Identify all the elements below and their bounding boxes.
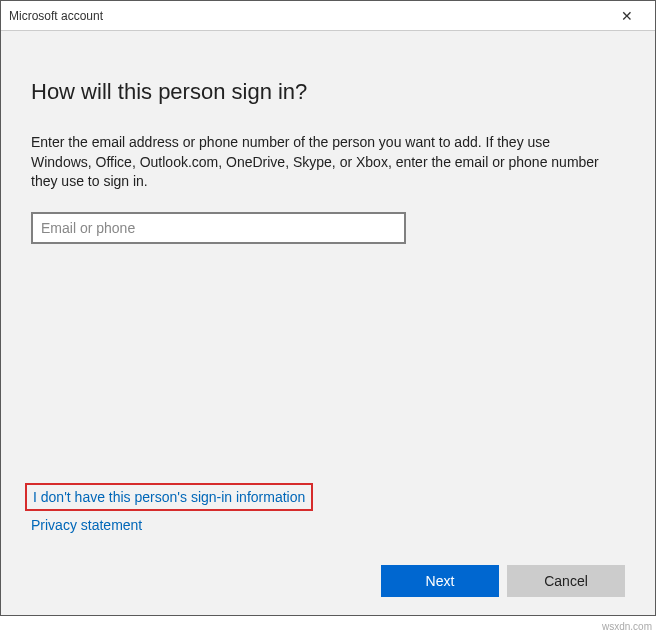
watermark: wsxdn.com — [602, 621, 652, 632]
next-button[interactable]: Next — [381, 565, 499, 597]
page-heading: How will this person sign in? — [31, 79, 625, 105]
close-button[interactable]: ✕ — [607, 2, 647, 30]
bottom-links: I don't have this person's sign-in infor… — [31, 483, 313, 543]
page-description: Enter the email address or phone number … — [31, 133, 611, 192]
dialog-window: Microsoft account ✕ How will this person… — [0, 0, 656, 616]
cancel-button[interactable]: Cancel — [507, 565, 625, 597]
window-title: Microsoft account — [9, 9, 607, 23]
dialog-content: How will this person sign in? Enter the … — [1, 31, 655, 615]
titlebar: Microsoft account ✕ — [1, 1, 655, 31]
no-signin-info-link[interactable]: I don't have this person's sign-in infor… — [25, 483, 313, 511]
button-row: Next Cancel — [381, 565, 625, 597]
privacy-statement-link[interactable]: Privacy statement — [31, 517, 142, 533]
email-phone-input[interactable] — [31, 212, 406, 244]
close-icon: ✕ — [621, 8, 633, 24]
